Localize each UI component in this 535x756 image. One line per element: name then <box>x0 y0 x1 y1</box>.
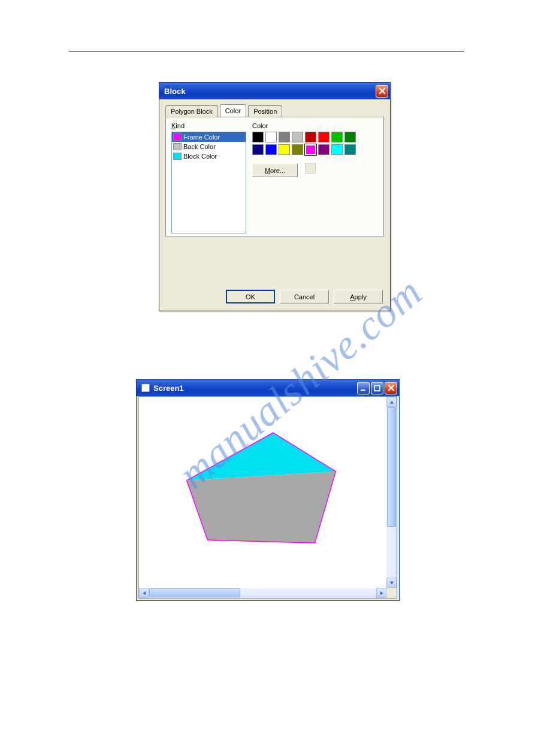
svg-rect-1 <box>374 385 380 391</box>
palette-cell[interactable] <box>318 132 330 142</box>
scroll-up-icon[interactable] <box>386 397 397 407</box>
palette-cell[interactable] <box>279 132 290 142</box>
palette-cell[interactable] <box>292 132 303 142</box>
horizontal-scrollbar[interactable] <box>139 588 386 598</box>
polygon-shape[interactable] <box>139 397 386 588</box>
close-icon[interactable] <box>376 85 388 98</box>
page-divider <box>69 51 464 51</box>
palette-cell[interactable] <box>252 132 264 142</box>
kind-label: Kind <box>171 122 185 129</box>
screen-body <box>138 396 397 599</box>
hscroll-track[interactable] <box>149 588 376 598</box>
swatch-icon <box>173 153 182 160</box>
vscroll-track[interactable] <box>386 407 397 578</box>
palette-cell[interactable] <box>331 144 343 155</box>
dialog-body: Polygon Block Color Position Kind Frame … <box>159 99 390 311</box>
svg-marker-3 <box>187 472 336 543</box>
dialog-button-row: OK Cancel Apply <box>226 290 383 303</box>
tab-color[interactable]: Color <box>220 104 246 117</box>
swatch-icon <box>173 143 182 150</box>
canvas-area[interactable] <box>139 397 386 588</box>
kind-item-frame-color[interactable]: Frame Color <box>172 132 246 142</box>
palette-cell[interactable] <box>318 144 330 155</box>
vertical-scrollbar[interactable] <box>386 397 397 588</box>
dialog-titlebar[interactable]: Block <box>159 83 390 99</box>
palette-cell[interactable] <box>265 132 277 142</box>
palette-cell[interactable] <box>344 144 356 155</box>
dialog-title: Block <box>164 87 376 96</box>
color-palette <box>252 132 356 155</box>
scroll-corner <box>386 588 397 598</box>
screen-titlebar[interactable]: Screen1 <box>137 379 399 396</box>
tab-position[interactable]: Position <box>248 105 282 117</box>
scroll-right-icon[interactable] <box>376 588 386 598</box>
color-label: Color <box>252 122 268 129</box>
apply-button[interactable]: Apply <box>334 290 383 303</box>
kind-listbox[interactable]: Frame Color Back Color Block Color <box>171 132 246 233</box>
maximize-icon[interactable] <box>371 382 383 394</box>
scroll-left-icon[interactable] <box>139 588 149 598</box>
cancel-button[interactable]: Cancel <box>280 290 329 303</box>
palette-cell[interactable] <box>265 144 277 155</box>
kind-item-label: Back Color <box>183 143 216 150</box>
tab-polygon-block[interactable]: Polygon Block <box>165 105 218 117</box>
color-preview-swatch <box>305 163 316 174</box>
palette-cell[interactable] <box>344 132 356 142</box>
screen-title: Screen1 <box>153 384 357 393</box>
ok-button[interactable]: OK <box>226 290 275 303</box>
palette-cell[interactable] <box>252 144 264 155</box>
kind-item-label: Frame Color <box>183 133 220 141</box>
palette-cell[interactable] <box>279 144 290 155</box>
svg-rect-0 <box>361 389 365 390</box>
close-icon[interactable] <box>385 382 397 394</box>
vscroll-thumb[interactable] <box>387 407 396 527</box>
kind-item-label: Block Color <box>183 153 217 160</box>
block-dialog: Block Polygon Block Color Position Kind … <box>159 82 391 311</box>
window-icon <box>141 384 150 392</box>
tab-strip: Polygon Block Color Position <box>165 104 384 117</box>
hscroll-thumb[interactable] <box>149 588 240 597</box>
palette-cell[interactable] <box>305 132 316 142</box>
palette-cell[interactable] <box>292 144 303 155</box>
kind-item-back-color[interactable]: Back Color <box>172 142 246 151</box>
swatch-icon <box>173 133 182 141</box>
kind-item-block-color[interactable]: Block Color <box>172 151 246 161</box>
screen-window: Screen1 <box>136 379 400 601</box>
minimize-icon[interactable] <box>357 382 370 394</box>
more-button[interactable]: More... <box>252 163 298 177</box>
scroll-down-icon[interactable] <box>386 578 397 588</box>
palette-cell[interactable] <box>331 132 343 142</box>
palette-cell[interactable] <box>305 144 316 155</box>
